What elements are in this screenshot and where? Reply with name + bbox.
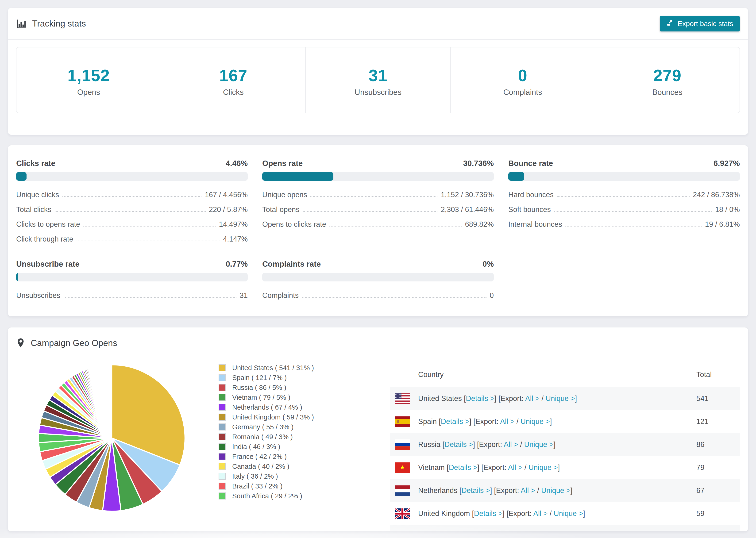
details-link[interactable]: Details > (474, 510, 503, 517)
legend-swatch (219, 374, 226, 381)
bracket: ] (503, 510, 507, 517)
export-basic-stats-button[interactable]: Export basic stats (660, 16, 740, 31)
stat-cell-bounces: 279Bounces (595, 47, 739, 113)
export-unique-link[interactable]: Unique > (554, 510, 583, 517)
rate-detail-label: Internal bounces (508, 220, 562, 229)
legend-item-south-africa: South Africa ( 29 / 2% ) (219, 493, 314, 500)
rate-detail-label: Soft bounces (508, 205, 551, 214)
geo-pie-chart[interactable] (37, 360, 187, 515)
bracket: ] (495, 394, 499, 403)
rate-head: Complaints rate0% (262, 260, 494, 269)
rate-detail-label: Unique opens (262, 190, 307, 199)
export-all-link[interactable]: All > (500, 417, 514, 426)
rate-progress-fill (262, 172, 333, 181)
rate-progress-fill (16, 172, 27, 181)
legend-swatch (219, 384, 226, 391)
bracket: ] (550, 417, 552, 426)
bracket: ] (473, 440, 477, 449)
rate-section-clicks-rate: Clicks rate4.46%Unique clicks167 / 4.456… (16, 159, 248, 250)
es-flag-icon (395, 416, 410, 427)
rate-detail-label: Complaints (262, 291, 298, 300)
bracket: [ (439, 417, 441, 426)
dotted-leader (77, 241, 220, 241)
legend-item-united-states: United States ( 541 / 31% ) (219, 364, 314, 371)
total-cell: 67 (696, 486, 740, 495)
stat-cell-complaints: 0Complaints (450, 47, 595, 113)
stat-value: 279 (595, 66, 739, 85)
dotted-leader (63, 196, 202, 197)
legend-swatch (219, 364, 226, 371)
legend-label: Canada ( 40 / 2% ) (232, 463, 289, 470)
legend-item-italy: Italy ( 36 / 2% ) (219, 473, 314, 480)
details-link[interactable]: Details > (466, 394, 494, 403)
rate-title: Complaints rate (262, 260, 321, 269)
legend-item-india: India ( 46 / 3% ) (219, 443, 314, 450)
rate-progress-fill (16, 273, 18, 282)
geo-header: Campaign Geo Opens (8, 327, 748, 359)
export-unique-link[interactable]: Unique > (541, 486, 570, 495)
legend-item-germany: Germany ( 55 / 3% ) (219, 423, 314, 430)
bracket: [ (442, 440, 445, 449)
export-all-link[interactable]: All > (525, 394, 540, 403)
dotted-leader (566, 226, 702, 227)
bracket: ] (570, 486, 573, 495)
legend-swatch (219, 493, 226, 500)
legend-item-russia: Russia ( 86 / 5% ) (219, 384, 314, 391)
details-link[interactable]: Details > (449, 463, 477, 471)
stat-label: Opens (17, 88, 161, 97)
rate-detail-label: Unique clicks (16, 190, 59, 199)
rate-detail-row: Clicks to opens rate14.497% (16, 220, 248, 229)
bracket: ] (490, 486, 494, 495)
geo-table-header-country: Country (418, 370, 696, 379)
legend-label: United States ( 541 / 31% ) (232, 364, 314, 372)
separator: / (522, 463, 528, 471)
page: { "colors":{"accent":"#0d93ab","button":… (0, 0, 756, 538)
total-cell: 59 (696, 510, 740, 518)
rate-detail-value: 19 / 6.81% (705, 220, 740, 229)
export-label: [Export: (507, 510, 533, 517)
export-all-link[interactable]: All > (504, 440, 518, 449)
de-flag-icon (395, 531, 410, 532)
rate-head: Clicks rate4.46% (16, 159, 248, 168)
export-label: [Export: (473, 417, 500, 426)
rate-detail-rows: Unique clicks167 / 4.456%Total clicks220… (16, 190, 248, 243)
export-all-link[interactable]: All > (533, 510, 548, 517)
legend-item-france: France ( 42 / 2% ) (219, 453, 314, 460)
geo-title-wrap: Campaign Geo Opens (16, 338, 117, 348)
legend-label: France ( 42 / 2% ) (232, 453, 287, 460)
export-unique-link[interactable]: Unique > (546, 394, 575, 403)
rate-detail-value: 1,152 / 30.736% (441, 190, 494, 199)
stat-cell-clicks: 167Clicks (161, 47, 305, 113)
campaign-geo-opens-card: Campaign Geo Opens United States ( 541 /… (8, 327, 748, 531)
stat-label: Clicks (161, 88, 305, 97)
rate-progress-fill (508, 172, 524, 181)
stat-cell-opens: 1,152Opens (17, 47, 161, 113)
details-link[interactable]: Details > (461, 486, 490, 495)
rate-detail-rows: Complaints0 (262, 291, 494, 300)
export-unique-link[interactable]: Unique > (524, 440, 553, 449)
export-all-link[interactable]: All > (508, 463, 522, 471)
legend-label: Italy ( 36 / 2% ) (232, 472, 278, 480)
legend-item-spain: Spain ( 121 / 7% ) (219, 374, 314, 381)
legend-label: Vietnam ( 79 / 5% ) (232, 394, 291, 402)
legend-swatch (219, 453, 226, 460)
details-link[interactable]: Details > (445, 440, 473, 449)
total-cell: 541 (696, 394, 740, 403)
flag-cell (395, 416, 418, 427)
export-unique-link[interactable]: Unique > (520, 417, 550, 426)
rate-head: Opens rate30.736% (262, 159, 494, 168)
flag-cell (395, 462, 418, 473)
bar-chart-icon (16, 19, 27, 29)
stat-label: Complaints (451, 88, 595, 97)
flag-cell (395, 439, 418, 450)
rate-title: Bounce rate (508, 159, 553, 168)
separator: / (548, 510, 554, 517)
rate-progress-track (262, 172, 494, 181)
export-all-link[interactable]: All > (521, 486, 535, 495)
legend-label: United Kingdom ( 59 / 3% ) (232, 413, 314, 421)
details-link[interactable]: Details > (441, 417, 469, 426)
geo-table-row-gb: United Kingdom [Details >] [Export: All … (390, 502, 740, 525)
country-cell: Spain [Details >] [Export: All > / Uniqu… (418, 417, 696, 426)
export-unique-link[interactable]: Unique > (528, 463, 558, 471)
rate-value: 6.927% (714, 159, 740, 168)
